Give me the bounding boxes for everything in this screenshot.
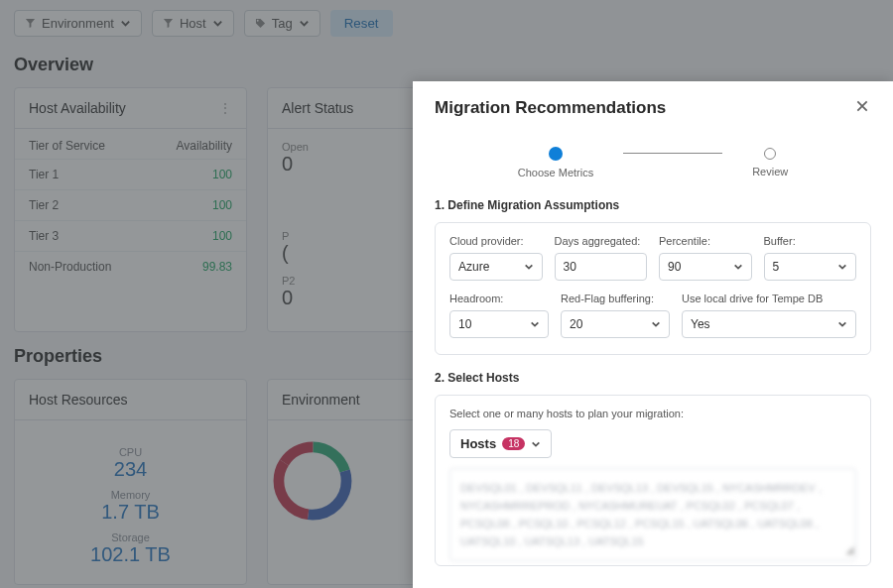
redflag-label: Red-Flag buffering: bbox=[561, 293, 670, 304]
step-dot-inactive bbox=[764, 148, 776, 160]
close-icon[interactable] bbox=[853, 97, 871, 119]
chevron-down-icon bbox=[524, 262, 534, 272]
modal-title: Migration Recommendations bbox=[435, 98, 666, 118]
chevron-down-icon bbox=[837, 262, 847, 272]
hosts-textarea[interactable]: DEVSQL01 , DEVSQL11 , DEVSQL13 , DEVSQL1… bbox=[449, 468, 856, 561]
hosts-description: Select one or many hosts to plan your mi… bbox=[449, 408, 856, 419]
redflag-select[interactable]: 20 bbox=[561, 310, 670, 338]
days-aggregated-input[interactable] bbox=[555, 253, 648, 281]
step-choose-metrics[interactable]: Choose Metrics bbox=[518, 147, 593, 178]
hosts-dropdown[interactable]: Hosts 18 bbox=[449, 429, 552, 458]
migration-modal: Migration Recommendations Choose Metrics… bbox=[413, 81, 893, 588]
section-hosts: 2. Select Hosts bbox=[435, 371, 871, 385]
hosts-form: Select one or many hosts to plan your mi… bbox=[435, 395, 871, 566]
headroom-select[interactable]: 10 bbox=[449, 310, 549, 338]
cloud-provider-select[interactable]: Azure bbox=[449, 253, 543, 281]
step-dot-active bbox=[549, 147, 563, 161]
step-review[interactable]: Review bbox=[752, 148, 788, 177]
percentile-label: Percentile: bbox=[659, 235, 752, 247]
chevron-down-icon bbox=[733, 262, 743, 272]
assumptions-form: Cloud provider: Azure Days aggregated: P… bbox=[435, 222, 871, 355]
chevron-down-icon bbox=[651, 319, 661, 329]
chevron-down-icon bbox=[531, 439, 541, 449]
localdrive-select[interactable]: Yes bbox=[682, 310, 856, 338]
hosts-count-badge: 18 bbox=[502, 437, 525, 450]
cloud-provider-label: Cloud provider: bbox=[449, 235, 543, 247]
days-aggregated-label: Days aggregated: bbox=[555, 235, 648, 247]
stepper: Choose Metrics Review bbox=[435, 147, 871, 178]
localdrive-label: Use local drive for Tempe DB bbox=[682, 293, 856, 304]
chevron-down-icon bbox=[837, 319, 847, 329]
chevron-down-icon bbox=[530, 319, 540, 329]
buffer-label: Buffer: bbox=[764, 235, 857, 247]
buffer-select[interactable]: 5 bbox=[764, 253, 857, 281]
percentile-select[interactable]: 90 bbox=[659, 253, 752, 281]
resize-handle-icon[interactable]: ◢ bbox=[845, 540, 853, 558]
section-assumptions: 1. Define Migration Assumptions bbox=[435, 198, 871, 212]
headroom-label: Headroom: bbox=[449, 293, 549, 304]
